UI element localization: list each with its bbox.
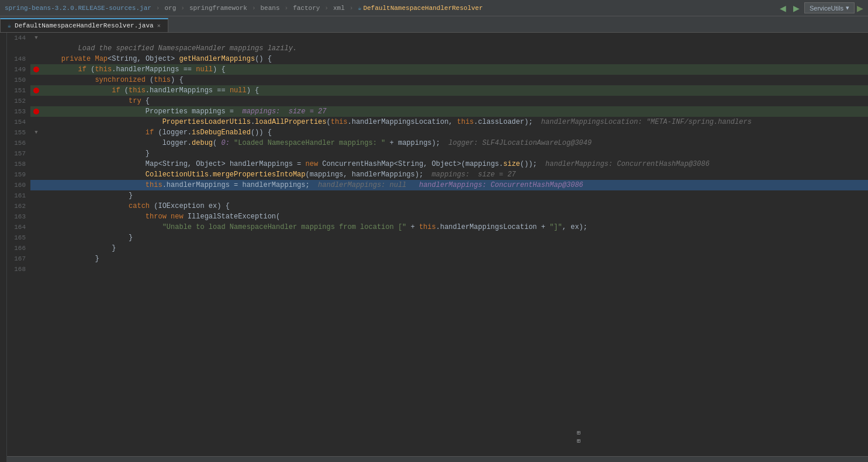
code-content-comment: Load the specified NamespaceHandler mapp…	[42, 43, 868, 54]
code-line-166: 166 }	[7, 243, 868, 253]
breadcrumb-jar[interactable]: spring-beans-3.2.0.RELEASE-sources.jar	[5, 5, 151, 12]
tab-close-button[interactable]: ✕	[157, 22, 161, 29]
code-content-163: throw new IllegalStateException(	[42, 211, 868, 222]
gutter-166	[30, 243, 42, 253]
gutter-164	[30, 222, 42, 232]
code-line-163: 163 throw new IllegalStateException(	[7, 211, 868, 222]
gutter-152	[30, 96, 42, 106]
gutter-163	[30, 211, 42, 222]
line-num-162: 162	[7, 201, 30, 211]
left-gutter	[0, 33, 7, 462]
gutter-158	[30, 159, 42, 169]
tab-label: DefaultNamespaceHandlerResolver.java	[15, 22, 154, 29]
service-utils-button[interactable]: ServiceUtils ▾	[804, 2, 855, 13]
code-area[interactable]: 144 ▼ Load the specified NamespaceHandle…	[7, 33, 868, 462]
code-content-159: CollectionUtils.mergePropertiesIntoMap(m…	[42, 169, 868, 180]
class-icon: ☕	[358, 5, 361, 12]
breadcrumb-xml[interactable]: xml	[333, 5, 345, 12]
code-line-148: 148 private Map<String, Object> getHandl…	[7, 54, 868, 64]
line-num-159: 159	[7, 169, 30, 180]
code-line-168: 168	[7, 264, 868, 275]
gutter-155: ▼	[30, 127, 42, 138]
line-num-151: 151	[7, 85, 30, 96]
code-scroll[interactable]: 144 ▼ Load the specified NamespaceHandle…	[7, 33, 868, 456]
code-line-157: 157 }	[7, 148, 868, 159]
code-content-158: Map<String, Object> handlerMappings = ne…	[42, 159, 868, 169]
breadcrumb-factory[interactable]: factory	[293, 5, 320, 12]
code-line-156: 156 logger.debug( 0: "Loaded NamespaceHa…	[7, 138, 868, 148]
code-line-160: 160 this.handlerMappings = handlerMappin…	[7, 180, 868, 190]
line-num-161: 161	[7, 190, 30, 201]
line-num-comment	[7, 43, 30, 54]
breadcrumb-classname[interactable]: DefaultNamespaceHandlerResolver	[363, 5, 483, 12]
tab-bar: ☕ DefaultNamespaceHandlerResolver.java ✕	[0, 16, 868, 33]
code-content-157: }	[42, 148, 868, 159]
line-num-153: 153	[7, 106, 30, 117]
code-line-154: 154 PropertiesLoaderUtils.loadAllPropert…	[7, 117, 868, 127]
nav-forward-button[interactable]: ▶	[791, 2, 802, 14]
line-num-164: 164	[7, 222, 30, 232]
line-num-166: 166	[7, 243, 30, 253]
line-num-156: 156	[7, 138, 30, 148]
gutter-159	[30, 169, 42, 180]
code-content-162: catch (IOException ex) {	[42, 201, 868, 211]
breadcrumb-org[interactable]: org	[164, 5, 176, 12]
line-num-148: 148	[7, 54, 30, 64]
code-line-153: 153 Properties mappings = mappings: size…	[7, 106, 868, 117]
fold-arrow-144[interactable]: ▼	[34, 33, 37, 43]
gutter-144: ▼	[30, 33, 42, 43]
gutter-165	[30, 232, 42, 243]
sep4: ›	[285, 5, 289, 12]
breadcrumb-springframework[interactable]: springframework	[189, 5, 247, 12]
line-num-165: 165	[7, 232, 30, 243]
code-line-165: 165 }	[7, 232, 868, 243]
gutter-167	[30, 253, 42, 264]
code-content-150: synchronized (this) {	[42, 75, 868, 85]
code-content-168	[42, 264, 868, 275]
breakpoint-151[interactable]	[33, 88, 39, 93]
sep2: ›	[181, 5, 185, 12]
run-button[interactable]: ▶	[857, 4, 863, 13]
gutter-150	[30, 75, 42, 85]
code-content-153: Properties mappings = mappings: size = 2…	[42, 106, 868, 117]
breadcrumb-beans[interactable]: beans	[261, 5, 280, 12]
tab-java-icon: ☕	[8, 22, 11, 29]
code-line-152: 152 try {	[7, 96, 868, 106]
main-layout: 144 ▼ Load the specified NamespaceHandle…	[0, 33, 868, 462]
code-line-155: 155 ▼ if (logger.isDebugEnabled()) {	[7, 127, 868, 138]
gutter-151	[30, 85, 42, 96]
breakpoint-149[interactable]	[33, 67, 39, 72]
code-line-150: 150 synchronized (this) {	[7, 75, 868, 85]
breadcrumb-class: ☕ DefaultNamespaceHandlerResolver	[358, 5, 483, 12]
code-line-159: 159 CollectionUtils.mergePropertiesIntoM…	[7, 169, 868, 180]
code-line-151: 151 if (this.handlerMappings == null) {	[7, 85, 868, 96]
code-content-167: }	[42, 253, 868, 264]
code-content-151: if (this.handlerMappings == null) {	[42, 85, 868, 96]
code-line-161: 161 }	[7, 190, 868, 201]
line-num-157: 157	[7, 148, 30, 159]
gutter-153	[30, 106, 42, 117]
sep5: ›	[324, 5, 328, 12]
top-bar: spring-beans-3.2.0.RELEASE-sources.jar ›…	[0, 0, 868, 16]
line-num-154: 154	[7, 117, 30, 127]
gutter-154	[30, 117, 42, 127]
code-content-149: if (this.handlerMappings == null) {	[42, 64, 868, 75]
code-line-comment: Load the specified NamespaceHandler mapp…	[7, 43, 868, 54]
gutter-168	[30, 264, 42, 275]
code-content-155: if (logger.isDebugEnabled()) {	[42, 127, 868, 138]
file-tab[interactable]: ☕ DefaultNamespaceHandlerResolver.java ✕	[0, 18, 168, 32]
code-content-165: }	[42, 232, 868, 243]
line-num-149: 149	[7, 64, 30, 75]
breakpoint-153[interactable]	[33, 109, 39, 114]
code-line-167: 167 }	[7, 253, 868, 264]
line-num-168: 168	[7, 264, 30, 275]
gutter-148	[30, 54, 42, 64]
code-line-144: 144 ▼	[7, 33, 868, 43]
code-hscrollbar[interactable]	[7, 456, 868, 462]
gutter-comment	[30, 43, 42, 54]
gutter-161	[30, 190, 42, 201]
service-utils-label: ServiceUtils	[810, 5, 843, 12]
nav-back-button[interactable]: ◀	[777, 2, 789, 14]
fold-arrow-155[interactable]: ▼	[34, 127, 37, 138]
dropdown-icon: ▾	[846, 4, 849, 12]
